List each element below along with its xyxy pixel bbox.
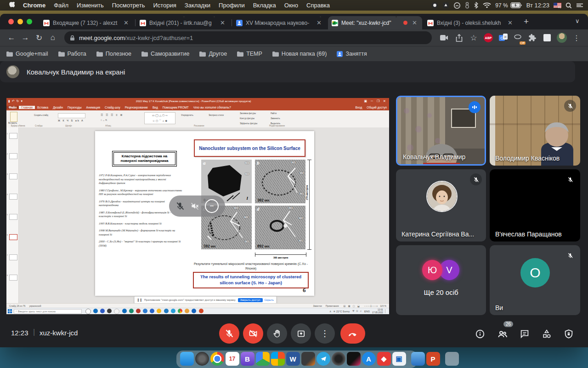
taskbar-app-icon[interactable] [199,309,204,313]
presentation-mic-off-icon[interactable] [175,201,185,211]
slide-thumbnail-selected[interactable] [9,234,17,240]
ppt-status-language[interactable]: украинский [29,305,41,307]
minimize-window-button[interactable] [17,19,23,24]
bookmark-folder-work[interactable]: Работа [58,51,86,57]
wifi-icon[interactable] [483,2,491,8]
ppt-tab-transitions[interactable]: Переходы [65,106,84,109]
hide-notification-link[interactable]: Скрыть [265,299,274,301]
taskbar-app-icon[interactable] [192,309,196,313]
bookmark-folder-google-mail[interactable]: Google+mail [6,51,48,57]
slide-thumbnail[interactable] [9,153,17,159]
taskbar-app-icon[interactable] [100,309,105,313]
ppt-paste-label[interactable]: Вставить [8,122,17,124]
bookmark-star-icon[interactable]: ☆ [467,31,481,45]
ppt-quickstyles-label[interactable]: Экспресс-стили [209,114,224,116]
extensions-puzzle-icon[interactable] [526,31,539,45]
tab-close-icon[interactable]: ✕ [219,19,226,26]
slide-thumbnail[interactable] [9,133,17,139]
slide-thumbnail[interactable] [9,173,17,179]
dock-app-icon[interactable] [332,352,345,366]
ppt-tab-file[interactable]: Файл [6,106,19,109]
more-options-button[interactable]: ⋮ [315,323,335,344]
ppt-notes-button[interactable]: Заметки [313,305,322,307]
profile-avatar[interactable] [555,31,569,45]
present-screen-button[interactable] [291,323,311,344]
tab-inbox-3[interactable]: Вхідні (3) - oleksii.shelukh ✕ [424,16,518,29]
shape-format-menu[interactable]: Заливка фигурыКонтур фигурыЭффекты фигур… [240,111,257,126]
leave-call-button[interactable] [340,323,365,344]
tab-close-icon[interactable]: ✕ [315,19,323,26]
taskbar-app-icon[interactable] [107,309,112,313]
meeting-details-button[interactable] [474,328,486,340]
bookmark-folder-new[interactable]: Новая папка (69) [272,51,327,57]
ppt-tab-review[interactable]: Рецензирование [123,106,150,109]
ppt-newslide-label[interactable]: Создать слайд [34,114,48,116]
taskbar-app-icon[interactable] [129,309,134,313]
spotlight-search-icon[interactable] [565,2,572,9]
taskbar-app-icon[interactable] [150,309,154,313]
raise-hand-button[interactable] [267,323,287,344]
pause-sharing-icon[interactable]: ❚❚ [137,298,142,302]
dock-word-icon[interactable]: W [286,352,300,366]
font-style-buttons[interactable]: Ж К Ч S ab A [58,119,84,122]
dock-telegram-icon[interactable] [317,352,330,366]
creative-cloud-status-icon[interactable] [453,2,461,9]
dock-finder-icon[interactable] [180,352,194,366]
chat-button[interactable] [519,328,531,340]
back-button[interactable]: ← [5,31,18,45]
taskbar-app-icon[interactable] [85,309,91,314]
close-window-button[interactable] [8,19,14,24]
stop-sharing-button[interactable]: Закрыть доступ [238,298,263,302]
extension-adblock-icon[interactable]: ABP [481,31,495,45]
slide-thumbnail[interactable] [9,214,17,220]
ppt-tab-home[interactable]: Главная [19,106,35,109]
menubar-clock[interactable]: Вт 12:23 [526,2,549,9]
menu-file[interactable]: Файл [50,2,73,9]
taskbar-app-icon[interactable] [178,309,182,313]
dock-app-icon[interactable] [347,352,361,366]
dock-drive-icon[interactable] [256,352,270,366]
ppt-tab-design[interactable]: Дизайн [51,106,65,109]
dock-calendar-icon[interactable]: 17 [226,352,239,366]
tab-inbox-2[interactable]: Вхідні (201) - iirtk.nau@g ✕ [136,16,230,29]
participant-tile-kateryna[interactable]: Катерина Сергіївна Ва... [396,169,486,242]
host-controls-button[interactable] [563,328,575,340]
taskbar-app-icon[interactable] [114,309,119,314]
menu-help[interactable]: Справка [302,2,334,9]
remove-tile-icon[interactable]: − [205,199,219,213]
menu-window[interactable]: Окно [280,2,302,9]
bookmark-folder-selfdev[interactable]: Саморазвитие [141,51,189,57]
tab-close-icon[interactable]: ✕ [122,19,130,26]
ppt-zoom-level[interactable]: 115 % [380,305,386,307]
menu-view[interactable]: Посмотреть [108,2,149,9]
bookmark-classes[interactable]: Заняття [337,51,367,57]
extension-translate-icon[interactable]: Gא [496,31,510,45]
editing-menu[interactable]: НайтиЗаменитьВыделить [271,111,280,126]
record-status-icon[interactable] [431,2,438,9]
taskbar-app-icon[interactable] [143,309,147,313]
dock-app-icon[interactable]: B [241,352,254,366]
ppt-quick-access-icons[interactable]: ▮ ↶ ↻ ▾ [8,99,23,103]
ppt-tab-slideshow[interactable]: Слайд-шоу [102,106,123,109]
tab-inbox-1[interactable]: Входящие (7 132) - alexzt ✕ [40,16,134,29]
bookmark-folder-temp[interactable]: TEMP [237,51,262,57]
more-participants-tile[interactable]: Ю V Ще 20 осіб [396,245,486,315]
dock-trash-icon[interactable] [445,352,459,366]
dock-office-icon[interactable] [271,352,285,366]
tray-icons[interactable]: ⛨ ◷ ♫ [352,310,362,313]
mic-toggle-button[interactable] [219,323,239,344]
tab-close-icon[interactable]: ✕ [411,19,418,26]
apple-menu-icon[interactable] [5,2,19,9]
dock-powerpoint-icon[interactable]: P [426,352,440,366]
screen-record-status-icon[interactable] [442,2,449,9]
dock-chrome-icon[interactable] [210,352,224,366]
ppt-tab-animations[interactable]: Анимация [84,106,103,109]
taskbar-app-icon[interactable] [157,309,161,313]
slide-thumbnail[interactable] [9,275,17,281]
menu-history[interactable]: История [149,2,180,9]
taskbar-app-icon[interactable] [164,309,169,313]
taskbar-app-icon[interactable] [171,309,175,313]
share-icon[interactable] [452,31,466,45]
activities-button[interactable] [541,328,553,340]
control-center-icon[interactable] [576,2,583,8]
